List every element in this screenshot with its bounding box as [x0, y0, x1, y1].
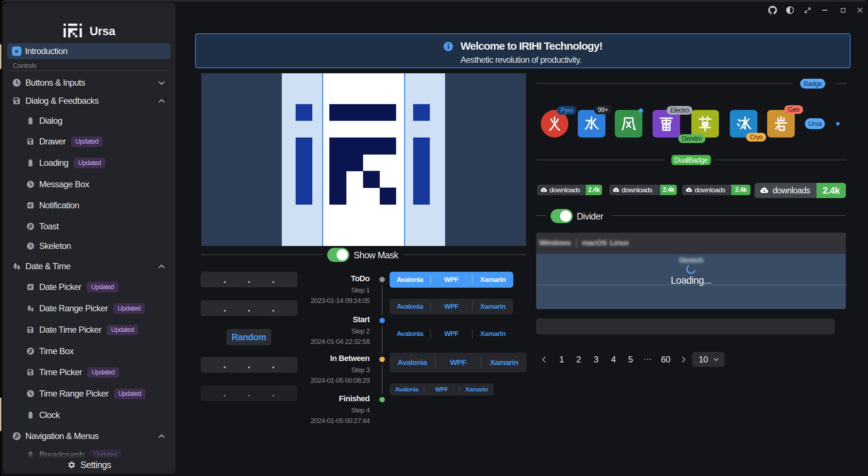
- sidebar-item-label: Drawer: [39, 136, 66, 147]
- option-wpf[interactable]: WPF: [431, 330, 472, 338]
- gear-icon: [67, 461, 76, 469]
- logo-pixel: [329, 104, 396, 121]
- date-input-3[interactable]: [201, 357, 297, 373]
- note-icon: [26, 347, 35, 356]
- clock-icon: [12, 78, 21, 87]
- sidebar-item-settings[interactable]: Settings: [3, 460, 176, 470]
- page-button-3[interactable]: 3: [589, 352, 603, 367]
- theme-contrast-icon[interactable]: [782, 0, 799, 20]
- sidebar-item-buttons-inputs[interactable]: Buttons & Inputs: [7, 73, 170, 92]
- tab-macos[interactable]: macOS: [582, 238, 607, 247]
- downloads-label: downloads: [622, 186, 652, 194]
- date-input-1[interactable]: [201, 272, 297, 287]
- arrow-square-icon: [26, 201, 35, 210]
- desktop-artifact: [0, 44, 1, 69]
- sidebar-item-time-picker[interactable]: Time PickerUpdated: [7, 363, 170, 382]
- placeholder-dot: [248, 366, 250, 368]
- option-xamarin[interactable]: Xamarin: [473, 303, 513, 311]
- logo-pixel: [329, 154, 363, 171]
- desktop-artifact: [0, 398, 1, 431]
- expand-icon[interactable]: [799, 0, 816, 20]
- sidebar-item-date-range-picker[interactable]: Date Range PickerUpdated: [7, 299, 170, 318]
- divider-line: [201, 254, 323, 255]
- sidebar-item-dialog-feedbacks[interactable]: Dialog & Feedbacks: [7, 91, 170, 110]
- sidebar-item-label: Introduction: [25, 46, 67, 56]
- option-xamarin[interactable]: Xamarin: [473, 330, 513, 338]
- page-button-4[interactable]: 4: [606, 352, 621, 367]
- option-wpf[interactable]: WPF: [431, 276, 472, 284]
- sidebar-item-dialog[interactable]: Dialog: [7, 111, 170, 130]
- sidebar-item-date-time[interactable]: Date & Time: [7, 257, 170, 276]
- page-button-60[interactable]: 60: [658, 352, 673, 367]
- placeholder-dot: [272, 310, 274, 312]
- tab-separator: [576, 238, 577, 248]
- timeline-step: Step 2: [351, 327, 370, 335]
- option-avalonia[interactable]: Avalonia: [390, 276, 430, 284]
- note-icon: [12, 431, 21, 441]
- option-xamarin[interactable]: Xamarin: [481, 358, 527, 367]
- random-button[interactable]: Random: [226, 329, 271, 345]
- sidebar-item-label: Time Range Picker: [39, 389, 108, 399]
- tab-content: Stretch Loading...: [536, 254, 846, 309]
- tab-linux[interactable]: Linux: [610, 238, 629, 247]
- sidebar-item-navigation-menus[interactable]: Navigation & Menus: [7, 427, 170, 446]
- option-xamarin[interactable]: Xamarin: [460, 386, 494, 393]
- page-size-dropdown[interactable]: 10: [692, 352, 724, 367]
- date-input-4[interactable]: [201, 385, 297, 401]
- timeline-title: ToDo: [351, 274, 370, 283]
- downloads-count: 2.4k: [731, 185, 750, 195]
- option-wpf[interactable]: WPF: [424, 386, 458, 393]
- close-icon[interactable]: [852, 0, 868, 20]
- page-button-1[interactable]: 1: [554, 352, 569, 367]
- option-xamarin[interactable]: Xamarin: [473, 276, 513, 284]
- option-wpf[interactable]: WPF: [431, 303, 472, 311]
- divider-toggle[interactable]: [551, 209, 573, 223]
- page-prev-button[interactable]: [537, 352, 551, 367]
- sidebar-item-label: Dialog & Feedbacks: [25, 96, 99, 106]
- sidebar-item-clock[interactable]: Clock: [7, 406, 170, 424]
- minimize-icon[interactable]: [816, 0, 834, 20]
- github-icon[interactable]: [764, 0, 781, 20]
- page-next-button[interactable]: [676, 352, 691, 367]
- page-button-2[interactable]: 2: [571, 352, 586, 367]
- show-mask-toggle[interactable]: [327, 248, 349, 262]
- option-avalonia[interactable]: Avalonia: [390, 303, 430, 311]
- sidebar-item-toast[interactable]: Toast: [7, 217, 170, 236]
- updated-badge: Updated: [90, 450, 121, 460]
- placeholder-dot: [224, 366, 226, 368]
- option-avalonia[interactable]: Avalonia: [390, 358, 435, 367]
- option-avalonia[interactable]: Avalonia: [390, 386, 424, 393]
- sidebar-item-date-picker[interactable]: Date PickerUpdated: [7, 278, 170, 296]
- option-wpf[interactable]: WPF: [436, 358, 481, 367]
- sidebar-item-date-time-picker[interactable]: Date Time PickerUpdated: [7, 320, 170, 339]
- sidebar-item-message-box[interactable]: Message Box: [7, 175, 170, 194]
- page-button-5[interactable]: 5: [623, 352, 638, 367]
- trees-icon: [12, 262, 21, 271]
- date-input-2[interactable]: [201, 300, 297, 316]
- badge-target-feng: [615, 110, 642, 138]
- sidebar-item-loading[interactable]: LoadingUpdated: [7, 153, 170, 172]
- sidebar-item-label: Navigation & Menus: [25, 431, 99, 441]
- page-ellipsis[interactable]: •••: [641, 352, 655, 367]
- tab-windows[interactable]: Windows: [539, 238, 571, 247]
- loading-spinner-icon: [686, 264, 696, 276]
- option-avalonia[interactable]: Avalonia: [390, 330, 430, 338]
- sidebar-item-label: Dialog: [39, 116, 62, 126]
- selection-group-4: AvaloniaWPFXamarin: [390, 353, 527, 372]
- info-icon: [443, 41, 453, 65]
- dual-badge-downloads: downloads2.4k: [754, 183, 846, 198]
- logo-pixel: [296, 104, 312, 121]
- sidebar-item-time-range-picker[interactable]: Time Range PickerUpdated: [7, 384, 170, 403]
- empty-input-box[interactable]: [536, 319, 835, 335]
- logo-pixel: [329, 138, 396, 155]
- sidebar-item-time-box[interactable]: Time Box: [7, 342, 170, 361]
- timeline-title: Finished: [339, 394, 370, 403]
- sidebar-item-notification[interactable]: Notification: [7, 196, 170, 215]
- ursa-pill-badge: Ursa: [805, 118, 825, 129]
- placeholder-dot: [248, 281, 250, 283]
- timeline-date: 2024-01-04 22:32:58: [310, 338, 370, 346]
- sidebar-item-drawer[interactable]: DrawerUpdated: [7, 132, 170, 151]
- maximize-icon[interactable]: [835, 0, 852, 20]
- sidebar-item-introduction[interactable]: Introduction: [7, 43, 170, 59]
- sidebar-item-skeleton[interactable]: Skeleton: [7, 237, 170, 255]
